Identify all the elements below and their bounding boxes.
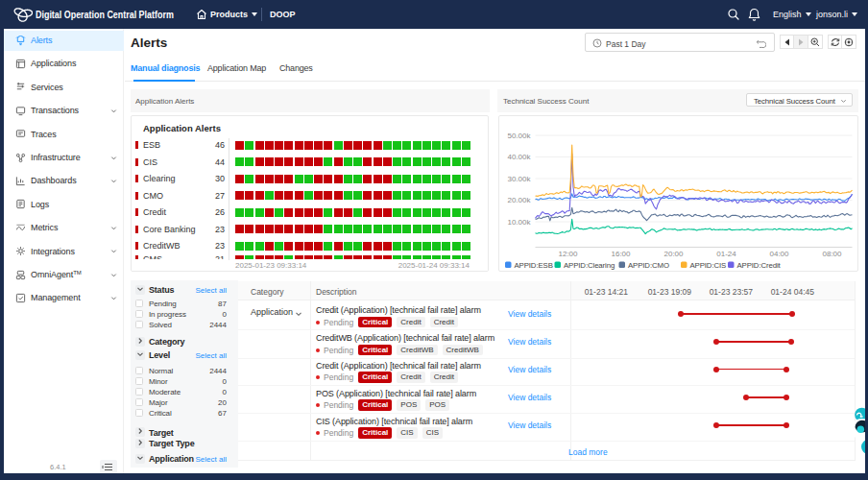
svg-text:12:00: 12:00 (558, 250, 578, 258)
svg-text:16:00: 16:00 (611, 250, 631, 258)
svg-text:01-24: 01-24 (716, 250, 736, 258)
svg-text:50.00k: 50.00k (507, 132, 531, 140)
svg-text:20:00: 20:00 (663, 250, 684, 258)
svg-text:08:00: 08:00 (822, 250, 842, 258)
svg-text:APPID:Clearing: APPID:Clearing (564, 261, 615, 270)
svg-text:40.00k: 40.00k (507, 153, 531, 161)
svg-text:30.00k: 30.00k (507, 175, 531, 183)
svg-text:APPID:CIS: APPID:CIS (689, 261, 726, 270)
svg-text:APPID:ESB: APPID:ESB (514, 261, 552, 270)
svg-text:10.00k: 10.00k (507, 218, 531, 227)
svg-text:APPID:Credit: APPID:Credit (736, 261, 781, 270)
svg-text:04:00: 04:00 (769, 250, 789, 258)
svg-text:APPID:CMO: APPID:CMO (628, 261, 669, 270)
svg-text:20.00k: 20.00k (507, 196, 531, 204)
